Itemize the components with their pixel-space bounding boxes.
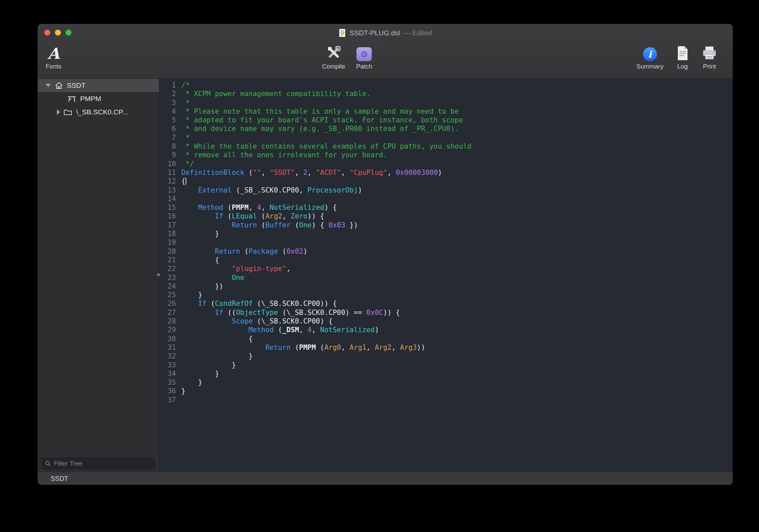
code-line: 2 * XCPM power management compatibility … (159, 89, 733, 98)
window-title[interactable]: SSDT-PLUG.dsl — Edited (38, 29, 733, 37)
code-line: 8 * While the table contains several exa… (159, 142, 733, 151)
print-button[interactable]: Print (701, 41, 717, 70)
code-line: 21 { (159, 256, 733, 264)
line-number: 8 (159, 142, 181, 151)
line-number: 27 (159, 308, 181, 317)
line-number: 28 (159, 317, 181, 326)
line-number: 3 (159, 98, 181, 107)
code-lines: 1/*2 * XCPM power management compatibili… (159, 81, 733, 404)
line-number: 5 (159, 116, 181, 124)
fonts-label: Fonts (46, 63, 62, 70)
main-content: SSDT PMPM (38, 79, 733, 472)
line-number: 34 (159, 369, 181, 378)
compile-button[interactable]: Compile (322, 41, 345, 70)
window-title-edited: — Edited (403, 29, 432, 37)
code-line: 7 * (159, 133, 733, 142)
code-line: 32 } (159, 352, 733, 360)
status-bar: SSDT (38, 472, 733, 485)
code-line: 24 }) (159, 282, 733, 291)
code-line: 26 If (CondRefOf (\_SB.SCK0.CP00)) { (159, 299, 733, 308)
line-number: 6 (159, 124, 181, 133)
filter-tree-field[interactable] (42, 458, 155, 469)
disclosure-right-icon[interactable] (57, 109, 60, 115)
code-line: 28 Scope (\_SB.SCK0.CP00) { (159, 317, 733, 326)
fonts-button[interactable]: A Fonts (46, 41, 62, 70)
line-number: 1 (159, 81, 181, 89)
code-line: 4 * Please note that this table is only … (159, 107, 733, 116)
code-line: 5 * adapted to fit your board's ACPI sta… (159, 116, 733, 124)
document-edit-icon (338, 29, 346, 37)
line-number: 19 (159, 238, 181, 247)
sidebar: SSDT PMPM (38, 79, 159, 472)
line-number: 11 (159, 168, 181, 177)
code-line: 27 If ((ObjectType (\_SB.SCK0.CP00) == 0… (159, 308, 733, 317)
log-button[interactable]: Log (676, 41, 689, 70)
patch-icon: ⚙ (357, 47, 372, 61)
line-number: 26 (159, 299, 181, 308)
tree-item-sb-sck0[interactable]: \_SB.SCK0.CP... (38, 105, 159, 119)
code-line: 23 One (159, 273, 733, 282)
line-number: 22 (159, 264, 181, 273)
log-label: Log (677, 63, 688, 70)
tree-item-label: PMPM (80, 95, 101, 103)
code-line: 30 { (159, 334, 733, 343)
tree-item-ssdt[interactable]: SSDT (38, 79, 159, 92)
line-number: 17 (159, 221, 181, 229)
disclosure-down-icon[interactable] (46, 84, 51, 87)
line-number: 18 (159, 229, 181, 238)
patch-button[interactable]: ⚙ Patch (356, 41, 373, 70)
code-line: 37 (159, 396, 733, 404)
code-line: 31 Return (PMPM (Arg0, Arg1, Arg2, Arg3)… (159, 343, 733, 352)
patch-label: Patch (356, 63, 373, 70)
line-number: 14 (159, 195, 181, 203)
line-number: 12 (159, 177, 181, 186)
tree-item-pmpm[interactable]: PMPM (38, 92, 159, 105)
summary-button[interactable]: i Summary (636, 41, 663, 70)
line-number: 4 (159, 107, 181, 116)
splitter-handle[interactable] (157, 273, 160, 276)
line-number: 10 (159, 160, 181, 168)
app-window: SSDT-PLUG.dsl — Edited A Fonts (38, 24, 733, 485)
line-number: 32 (159, 352, 181, 360)
code-line: 11DefinitionBlock ("", "SSDT", 2, "ACDT"… (159, 168, 733, 177)
info-icon: i (643, 47, 657, 61)
code-line: 15 Method (PMPM, 4, NotSerialized) { (159, 203, 733, 212)
line-number: 9 (159, 151, 181, 159)
filter-tree-input[interactable] (53, 460, 152, 467)
line-number: 2 (159, 89, 181, 98)
code-line: 17 Return (Buffer (One) { 0x03 }) (159, 221, 733, 229)
status-text: SSDT (51, 475, 68, 482)
code-line: 18 } (159, 229, 733, 238)
code-line: 1/* (159, 81, 733, 89)
line-number: 24 (159, 282, 181, 291)
code-editor[interactable]: 1/*2 * XCPM power management compatibili… (159, 79, 733, 472)
code-line: 6 * and device name may vary (e.g. _SB_.… (159, 124, 733, 133)
window-title-text: SSDT-PLUG.dsl (350, 29, 400, 37)
workbench-icon (68, 95, 76, 102)
code-line: 29 Method (_DSM, 4, NotSerialized) (159, 326, 733, 334)
code-line: 36} (159, 387, 733, 395)
text-caret (186, 178, 186, 185)
compile-label: Compile (322, 63, 345, 70)
line-number: 13 (159, 186, 181, 195)
line-number: 25 (159, 291, 181, 299)
code-line: 14 (159, 195, 733, 203)
fonts-icon: A (48, 46, 60, 61)
line-number: 15 (159, 203, 181, 212)
log-document-icon (676, 41, 689, 62)
line-number: 36 (159, 387, 181, 395)
code-line: 34 } (159, 369, 733, 378)
summary-label: Summary (636, 63, 663, 70)
tools-icon (325, 41, 342, 62)
line-number: 37 (159, 396, 181, 404)
code-line: 19 (159, 238, 733, 247)
code-line: 25 } (159, 291, 733, 299)
line-number: 23 (159, 273, 181, 282)
code-line: 3 * (159, 98, 733, 107)
line-number: 16 (159, 212, 181, 220)
line-number: 7 (159, 133, 181, 142)
folder-icon (64, 109, 72, 115)
code-line: 16 If (LEqual (Arg2, Zero)) { (159, 212, 733, 220)
line-number: 30 (159, 334, 181, 343)
code-line: 10 */ (159, 160, 733, 168)
